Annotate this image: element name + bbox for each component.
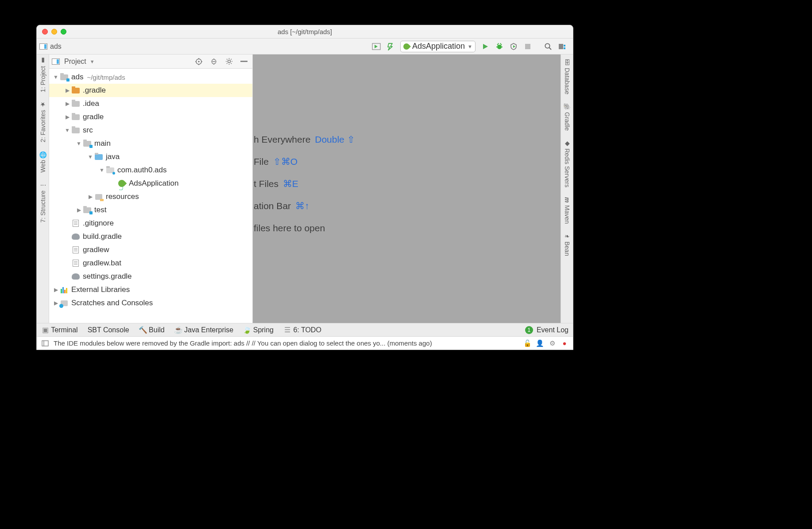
tab-bean[interactable]: ❧ Bean (564, 233, 571, 256)
tip-shortcut: ⌘E (283, 179, 298, 189)
svg-marker-1 (375, 45, 378, 48)
expand-arrow-icon[interactable]: ▼ (87, 154, 93, 160)
titlebar: ads [~/git/tmp/ads] (37, 25, 573, 39)
tree-label: External Libraries (71, 285, 130, 294)
tree-item-settings-gradle[interactable]: settings.gradle (49, 270, 252, 283)
toolwindow-quick-access-icon[interactable] (41, 339, 49, 347)
project-tab-label: 1: Project (39, 66, 46, 92)
collapse-arrow-icon[interactable]: ▶ (87, 194, 93, 200)
project-icon (39, 43, 47, 50)
tree-item-idea[interactable]: ▶ .idea (49, 97, 252, 110)
run-configuration-selector[interactable]: AdsApplication ▼ (400, 41, 476, 52)
tree-root-name: ads (71, 73, 83, 82)
collapse-all-icon[interactable] (208, 56, 220, 67)
project-panel-title[interactable]: Project (64, 58, 86, 66)
favorites-tab-label: 2: Favorites (39, 110, 46, 142)
tab-eventlog[interactable]: Event Log (537, 326, 568, 334)
collapse-arrow-icon[interactable]: ▶ (64, 101, 70, 107)
tree-item-gradle-dot[interactable]: ▶ .gradle (49, 84, 252, 97)
breadcrumb-root[interactable]: ads (50, 43, 62, 51)
collapse-arrow-icon[interactable]: ▶ (53, 287, 59, 293)
chevron-down-icon[interactable]: ▼ (90, 59, 95, 64)
svg-line-30 (231, 63, 232, 64)
hide-panel-icon[interactable] (238, 56, 250, 67)
tab-javaee[interactable]: ☕ Java Enterprise (174, 326, 234, 334)
lock-open-icon[interactable]: 🔓 (523, 339, 531, 347)
collapse-arrow-icon[interactable]: ▶ (64, 87, 70, 93)
event-count-badge: 1 (525, 326, 533, 334)
tree-root[interactable]: ▼ ads ~/git/tmp/ads (49, 70, 252, 84)
run-target-icon[interactable] (371, 41, 382, 52)
tree-item-resources[interactable]: ▶ resources (49, 190, 252, 203)
tab-label: Java Enterprise (184, 326, 233, 334)
package-icon (106, 167, 114, 173)
svg-rect-34 (42, 341, 48, 346)
tree-label: com.auth0.ads (117, 166, 167, 175)
project-tree[interactable]: ▼ ads ~/git/tmp/ads ▶ .gradle ▶ .idea (49, 69, 252, 323)
expand-arrow-icon[interactable]: ▼ (99, 167, 105, 173)
tree-label: gradlew (83, 245, 109, 254)
debug-button-icon[interactable] (494, 41, 505, 52)
project-structure-icon[interactable] (557, 41, 568, 52)
redis-icon: ◆ (564, 140, 571, 147)
tree-item-gradle[interactable]: ▶ gradle (49, 110, 252, 124)
navigation-toolbar: ads AdsApplication ▼ (37, 39, 573, 54)
settings-sync-icon[interactable]: ⚙ (548, 339, 556, 347)
collapse-arrow-icon[interactable]: ▶ (76, 207, 82, 213)
tab-database[interactable]: 🗄 Database (564, 59, 571, 94)
locate-icon[interactable] (193, 56, 205, 67)
tab-favorites[interactable]: 2: Favorites ★ (39, 101, 46, 142)
expand-arrow-icon[interactable]: ▼ (76, 140, 82, 147)
gear-icon[interactable] (223, 56, 235, 67)
tip-text: h Everywhere (254, 134, 310, 144)
source-folder-icon (83, 207, 91, 213)
minimize-window-icon[interactable] (51, 29, 57, 35)
svg-line-32 (231, 59, 232, 60)
tab-spring[interactable]: 🍃 Spring (243, 326, 274, 334)
tab-project[interactable]: 1: Project ▮ (39, 57, 46, 92)
build-icon[interactable] (385, 41, 396, 52)
collapse-arrow-icon[interactable]: ▶ (64, 114, 70, 120)
tab-maven[interactable]: m Maven (564, 196, 571, 224)
svg-point-9 (500, 43, 501, 44)
run-config-name: AdsApplication (412, 42, 465, 51)
right-tool-gutter: 🗄 Database 🐘 Gradle ◆ Redis Servers m Ma… (561, 54, 573, 323)
tab-todo[interactable]: ☰ 6: TODO (283, 326, 321, 334)
tab-web[interactable]: Web 🌐 (39, 151, 46, 173)
collapse-arrow-icon[interactable]: ▶ (53, 300, 59, 306)
stop-button-icon[interactable] (522, 41, 533, 52)
tree-item-java[interactable]: ▼ java (49, 150, 252, 163)
tree-item-gitignore[interactable]: .gitignore (49, 217, 252, 230)
tab-structure[interactable]: 7: Structure ⋮ (39, 182, 46, 222)
tree-label: src (83, 126, 93, 135)
tab-terminal[interactable]: ▣ Terminal (41, 326, 78, 334)
tree-item-scratches[interactable]: ▶ Scratches and Consoles (49, 296, 252, 310)
tree-item-external-libraries[interactable]: ▶ External Libraries (49, 283, 252, 296)
tab-redis[interactable]: ◆ Redis Servers (564, 140, 571, 187)
close-window-icon[interactable] (42, 29, 48, 35)
tab-build[interactable]: 🔨 Build (139, 326, 165, 334)
run-button-icon[interactable] (480, 41, 491, 52)
tab-sbt[interactable]: SBT Console (88, 326, 129, 334)
zoom-window-icon[interactable] (61, 29, 66, 35)
tree-item-test[interactable]: ▶ test (49, 203, 252, 217)
tree-item-package[interactable]: ▼ com.auth0.ads (49, 163, 252, 177)
tree-item-src[interactable]: ▼ src (49, 124, 252, 137)
spring-boot-icon (117, 179, 127, 189)
expand-arrow-icon[interactable]: ▼ (53, 74, 59, 80)
search-icon[interactable] (543, 41, 553, 52)
error-indicator-icon[interactable]: ● (561, 339, 568, 347)
tab-gradle[interactable]: 🐘 Gradle (564, 103, 571, 131)
hector-icon[interactable]: 👤 (536, 339, 544, 347)
folder-icon (72, 128, 80, 133)
tree-item-app[interactable]: AdsApplication (49, 177, 252, 190)
expand-arrow-icon[interactable]: ▼ (64, 127, 70, 133)
tip-shortcut: ⇧⌘O (273, 156, 298, 167)
tree-label: test (94, 206, 106, 214)
tree-item-gradlew[interactable]: gradlew (49, 243, 252, 257)
tree-item-main[interactable]: ▼ main (49, 137, 252, 150)
run-coverage-icon[interactable] (508, 41, 519, 52)
tree-item-build-gradle[interactable]: build.gradle (49, 230, 252, 243)
tab-label: Spring (253, 326, 274, 334)
tree-item-gradlew-bat[interactable]: gradlew.bat (49, 257, 252, 270)
